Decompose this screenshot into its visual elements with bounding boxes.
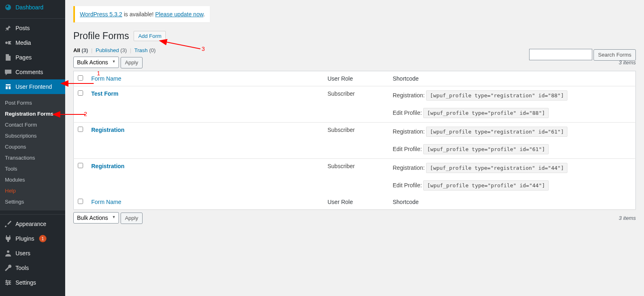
shortcode-code[interactable]: [wpuf_profile type="profile" id="88"] xyxy=(423,108,549,118)
forms-table: Form Name User Role Shortcode Test FormS… xyxy=(73,71,636,210)
shortcode-label: Edit Profile: xyxy=(393,146,423,152)
shortcode-cell: Registration: [wpuf_profile type="regist… xyxy=(389,123,636,159)
notice-text: is available! xyxy=(122,11,155,18)
menu-label: Settings xyxy=(15,279,36,286)
wrench-icon xyxy=(4,264,12,272)
wp-version-link[interactable]: WordPress 5.3.2 xyxy=(80,11,122,18)
menu-settings[interactable]: Settings xyxy=(0,275,65,290)
submenu: Post Forms Registration Forms Contact Fo… xyxy=(0,94,65,210)
svg-point-1 xyxy=(7,250,9,253)
submenu-tools[interactable]: Tools xyxy=(0,163,65,174)
media-icon xyxy=(4,39,12,47)
col-header-name[interactable]: Form Name xyxy=(91,75,121,82)
menu-separator xyxy=(0,213,65,215)
update-now-link[interactable]: Please update now xyxy=(155,11,203,18)
plugins-badge: 1 xyxy=(39,235,46,242)
form-name-link[interactable]: Registration xyxy=(91,163,125,169)
filter-published[interactable]: Published (3) xyxy=(96,47,127,53)
col-footer-code: Shortcode xyxy=(389,195,636,210)
shortcode-code[interactable]: [wpuf_profile type="registration" id="61… xyxy=(426,127,567,137)
row-checkbox[interactable] xyxy=(78,127,83,132)
page-title: Profile Forms xyxy=(73,31,129,42)
apply-button-bottom[interactable]: Apply xyxy=(121,213,143,224)
submenu-subscriptions[interactable]: Subscriptions xyxy=(0,130,65,141)
admin-sidebar: Dashboard Posts Media Pages Comments Use… xyxy=(0,0,65,296)
filter-all[interactable]: All (3) xyxy=(73,47,88,53)
svg-rect-7 xyxy=(7,283,8,285)
user-role-cell: Subscriber xyxy=(323,123,389,159)
menu-plugins[interactable]: Plugins 1 xyxy=(0,231,65,246)
bulk-actions-select-bottom[interactable]: Bulk Actions xyxy=(73,212,119,224)
menu-pages[interactable]: Pages xyxy=(0,50,65,65)
shortcode-code[interactable]: [wpuf_profile type="registration" id="44… xyxy=(426,163,567,173)
svg-rect-5 xyxy=(6,280,7,282)
col-footer-role: User Role xyxy=(323,195,389,210)
user-role-cell: Subscriber xyxy=(323,86,389,123)
items-count-bottom: 3 items xyxy=(619,215,636,221)
menu-separator xyxy=(0,17,65,19)
settings-icon xyxy=(4,278,12,287)
submenu-contact-form[interactable]: Contact Form xyxy=(0,119,65,130)
submenu-settings[interactable]: Settings xyxy=(0,196,65,207)
update-notice: WordPress 5.3.2 is available! Please upd… xyxy=(73,6,210,22)
menu-users[interactable]: Users xyxy=(0,246,65,261)
select-all-checkbox[interactable] xyxy=(78,75,83,81)
menu-media[interactable]: Media xyxy=(0,35,65,50)
table-row: RegistrationSubscriberRegistration: [wpu… xyxy=(74,123,636,159)
submenu-help[interactable]: Help xyxy=(0,185,65,196)
table-row: Test FormSubscriberRegistration: [wpuf_p… xyxy=(74,86,636,123)
shortcode-cell: Registration: [wpuf_profile type="regist… xyxy=(389,159,636,195)
menu-label: Pages xyxy=(15,54,32,61)
col-header-role: User Role xyxy=(323,71,389,86)
select-all-checkbox-footer[interactable] xyxy=(78,199,83,204)
submenu-coupons[interactable]: Coupons xyxy=(0,141,65,152)
form-name-link[interactable]: Test Form xyxy=(91,90,119,97)
frontend-icon xyxy=(4,83,12,91)
menu-label: Posts xyxy=(15,25,30,31)
pages-icon xyxy=(4,53,12,61)
apply-button[interactable]: Apply xyxy=(121,57,143,68)
menu-label: Plugins xyxy=(15,235,34,242)
shortcode-label: Edit Profile: xyxy=(393,110,423,116)
table-row: RegistrationSubscriberRegistration: [wpu… xyxy=(74,159,636,195)
row-checkbox[interactable] xyxy=(78,90,83,96)
shortcode-code[interactable]: [wpuf_profile type="registration" id="88… xyxy=(426,90,567,101)
search-box: Search Forms xyxy=(529,49,636,61)
form-name-link[interactable]: Registration xyxy=(91,127,125,133)
menu-posts[interactable]: Posts xyxy=(0,21,65,35)
search-input[interactable] xyxy=(529,49,592,60)
notice-suffix: . xyxy=(203,11,205,18)
menu-user-frontend[interactable]: User Frontend xyxy=(0,79,65,94)
menu-tools[interactable]: Tools xyxy=(0,261,65,275)
col-footer-name[interactable]: Form Name xyxy=(91,199,121,205)
shortcode-code[interactable]: [wpuf_profile type="profile" id="44"] xyxy=(423,180,549,191)
plug-icon xyxy=(4,235,12,243)
menu-label: Media xyxy=(15,39,31,46)
add-form-button[interactable]: Add Form xyxy=(134,31,166,41)
submenu-transactions[interactable]: Transactions xyxy=(0,152,65,163)
col-header-code: Shortcode xyxy=(389,71,636,86)
shortcode-cell: Registration: [wpuf_profile type="regist… xyxy=(389,86,636,123)
filter-trash[interactable]: Trash (0) xyxy=(134,47,156,53)
search-button[interactable]: Search Forms xyxy=(593,49,636,61)
menu-comments[interactable]: Comments xyxy=(0,65,65,79)
submenu-modules[interactable]: Modules xyxy=(0,174,65,185)
menu-label: Tools xyxy=(15,265,29,271)
comment-icon xyxy=(4,68,12,76)
shortcode-label: Registration: xyxy=(393,164,426,171)
menu-appearance[interactable]: Appearance xyxy=(0,217,65,231)
svg-rect-3 xyxy=(5,282,11,283)
user-role-cell: Subscriber xyxy=(323,159,389,195)
submenu-registration-forms[interactable]: Registration Forms xyxy=(0,108,65,119)
row-checkbox[interactable] xyxy=(78,163,83,168)
submenu-post-forms[interactable]: Post Forms xyxy=(0,97,65,108)
bulk-actions-select[interactable]: Bulk Actions xyxy=(73,57,119,68)
users-icon xyxy=(4,249,12,257)
shortcode-code[interactable]: [wpuf_profile type="profile" id="61"] xyxy=(423,144,549,154)
menu-label: User Frontend xyxy=(15,83,52,90)
shortcode-label: Edit Profile: xyxy=(393,182,423,189)
menu-label: Comments xyxy=(15,69,43,75)
svg-rect-6 xyxy=(9,281,10,284)
shortcode-label: Registration: xyxy=(393,128,426,135)
menu-dashboard[interactable]: Dashboard xyxy=(0,0,65,15)
